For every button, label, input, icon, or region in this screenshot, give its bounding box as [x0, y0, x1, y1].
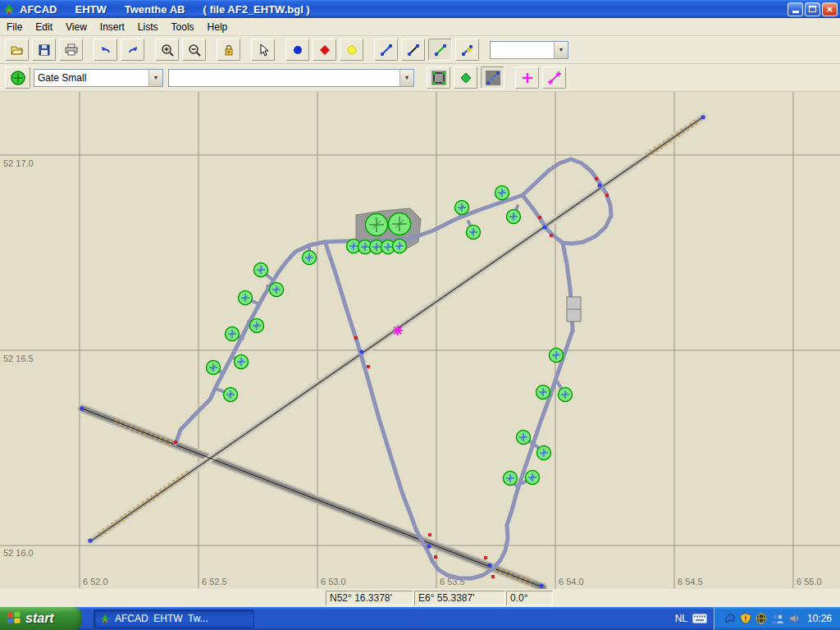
redo-button[interactable]: [121, 39, 144, 61]
afcad-task-icon: [99, 613, 111, 624]
clock[interactable]: 10:26: [807, 613, 832, 624]
open-file-button[interactable]: [5, 39, 29, 61]
path-node[interactable]: [539, 583, 543, 587]
title-bar: AFCAD EHTW Twenthe AB ( file AF2_EHTW.bg…: [0, 0, 840, 18]
chevron-down-icon[interactable]: ▼: [554, 42, 568, 58]
dashed-line-icon: [485, 70, 501, 86]
path-node[interactable]: [597, 183, 601, 187]
undo-button[interactable]: [94, 39, 117, 61]
minimize-button[interactable]: [788, 2, 803, 16]
menu-view[interactable]: View: [59, 19, 94, 35]
afcad-app-icon: [2, 2, 16, 16]
redo-arrow-icon: [126, 43, 140, 57]
diamond-tool-button[interactable]: [454, 66, 477, 89]
path-node[interactable]: [80, 406, 84, 410]
volume-icon[interactable]: [788, 613, 800, 624]
toolbar-gates: Gate Small ▼ ▼: [0, 64, 840, 92]
dashed-line-tool-button[interactable]: [481, 66, 504, 89]
messenger-icon[interactable]: [724, 613, 736, 624]
magenta-line-plus-icon: [547, 71, 562, 85]
line-dark-button[interactable]: [401, 39, 425, 61]
gate-type-combobox[interactable]: Gate Small ▼: [34, 69, 163, 87]
status-heading: 0.0°: [506, 591, 553, 605]
hold-short-node[interactable]: [367, 365, 370, 368]
hold-short-node[interactable]: [491, 575, 495, 578]
path-node[interactable]: [427, 544, 431, 548]
path-node[interactable]: [88, 538, 92, 542]
start-button[interactable]: start: [0, 607, 82, 630]
longitude-label: 6 53.0: [321, 577, 346, 587]
latitude-label: 52 16.5: [3, 354, 34, 363]
open-folder-icon: [10, 43, 25, 57]
hold-short-node[interactable]: [550, 234, 553, 237]
path-node[interactable]: [701, 115, 705, 119]
hold-short-node[interactable]: [538, 216, 541, 219]
lock-button[interactable]: [217, 39, 240, 61]
title-app: AFCAD: [20, 3, 57, 16]
printer-icon: [64, 43, 79, 57]
point-yellow-button[interactable]: [340, 39, 363, 61]
polygon-icon: [431, 70, 447, 86]
chevron-down-icon[interactable]: ▼: [399, 70, 413, 86]
menu-help[interactable]: Help: [201, 19, 235, 35]
windows-flag-icon: [7, 611, 21, 626]
close-button[interactable]: ✕: [822, 2, 838, 16]
security-shield-icon[interactable]: [740, 613, 751, 624]
hold-short-node[interactable]: [595, 177, 598, 180]
point-red-button[interactable]: [313, 39, 336, 61]
chevron-down-icon[interactable]: ▼: [148, 70, 162, 86]
zoom-out-button[interactable]: [182, 39, 206, 61]
hold-short-node[interactable]: [605, 194, 609, 197]
minimize-icon: [792, 11, 799, 13]
polygon-tool-button[interactable]: [427, 66, 450, 89]
print-button[interactable]: [59, 39, 83, 61]
hold-short-node[interactable]: [434, 555, 437, 559]
taxiway[interactable]: [326, 244, 416, 529]
longitude-label: 6 52.5: [202, 577, 227, 587]
status-latitude: N52° 16.3378': [326, 591, 413, 605]
globe-icon[interactable]: [756, 613, 767, 624]
airline-combobox[interactable]: ▼: [168, 69, 414, 87]
blue-dot-icon: [290, 43, 305, 57]
menu-tools[interactable]: Tools: [165, 19, 201, 35]
point-blue-button[interactable]: [285, 39, 309, 61]
line-blue-button[interactable]: [374, 39, 398, 61]
taxiway[interactable]: [507, 331, 573, 525]
line-green-button[interactable]: [428, 39, 452, 61]
line-add-point-button[interactable]: [455, 39, 479, 61]
path-node[interactable]: [542, 225, 546, 229]
start-label: start: [25, 611, 54, 626]
language-indicator[interactable]: NL: [675, 613, 687, 624]
users-icon[interactable]: [771, 613, 784, 624]
maximize-button[interactable]: [805, 2, 820, 16]
yellow-dot-icon: [345, 43, 359, 57]
zoom-in-button[interactable]: [155, 39, 179, 61]
hold-short-node[interactable]: [174, 441, 177, 444]
taxiway[interactable]: [176, 242, 324, 444]
hold-short-node[interactable]: [354, 336, 358, 340]
lock-icon: [221, 43, 236, 57]
undo-arrow-icon: [98, 43, 113, 57]
airport-diagram[interactable]: 52 17.052 16.552 16.06 52.06 52.56 53.06…: [0, 92, 840, 589]
menu-file[interactable]: File: [0, 19, 29, 35]
save-button[interactable]: [32, 39, 56, 61]
add-node-line-button[interactable]: [542, 66, 566, 89]
object-type-combobox[interactable]: ▼: [490, 41, 568, 59]
keyboard-icon[interactable]: [692, 614, 707, 623]
add-node-button[interactable]: [515, 66, 539, 89]
menu-insert[interactable]: Insert: [94, 19, 131, 35]
taxiway[interactable]: [324, 195, 523, 242]
menu-edit[interactable]: Edit: [29, 19, 59, 35]
zoom-out-icon: [187, 43, 202, 57]
taskbar-item-afcad[interactable]: AFCAD EHTW Tw...: [94, 609, 254, 628]
hold-short-node[interactable]: [428, 533, 431, 536]
longitude-label: 6 54.0: [559, 577, 584, 587]
hold-short-node[interactable]: [484, 556, 487, 559]
title-airport-name: Twenthe AB: [125, 3, 185, 16]
map-canvas[interactable]: 52 17.052 16.552 16.06 52.06 52.56 53.06…: [0, 92, 840, 589]
path-node[interactable]: [359, 349, 363, 354]
path-node[interactable]: [487, 563, 491, 567]
menu-lists[interactable]: Lists: [131, 19, 165, 35]
select-pointer-button[interactable]: [251, 39, 275, 61]
gate-tool-button[interactable]: [5, 66, 30, 89]
